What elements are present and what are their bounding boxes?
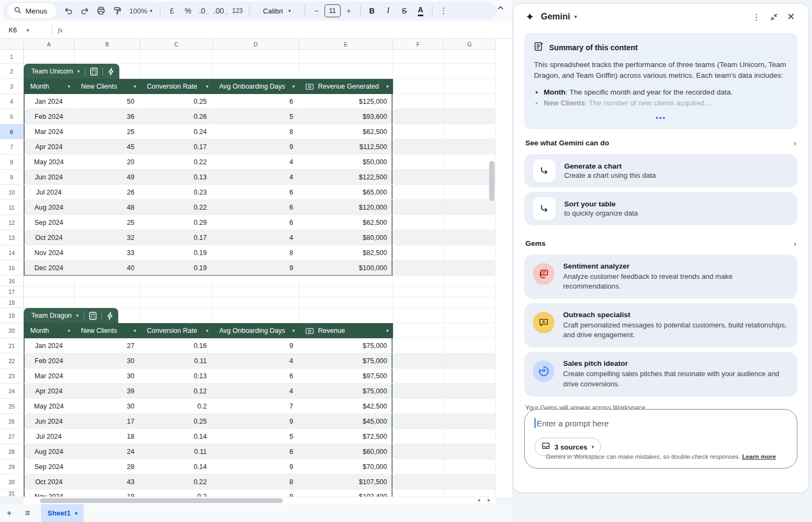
data-cell[interactable]: 36 [75, 109, 140, 124]
increase-font-size-button[interactable]: + [342, 4, 356, 18]
data-cell[interactable]: 9 [213, 490, 299, 497]
font-family-select[interactable]: Calibri ▾ [254, 4, 300, 18]
data-cell[interactable]: 0.13 [140, 369, 213, 384]
empty-cell[interactable] [140, 276, 213, 286]
data-cell[interactable]: 4 [213, 384, 299, 399]
data-cell[interactable]: $125,000 [299, 94, 393, 109]
data-cell[interactable]: Nov 2024 [24, 490, 75, 497]
data-cell[interactable]: May 2024 [24, 399, 75, 414]
data-cell[interactable]: 4 [213, 155, 299, 170]
data-cell[interactable]: $80,000 [299, 230, 393, 245]
name-box[interactable]: K6 ▾ [0, 26, 46, 34]
data-cell[interactable]: 45 [75, 139, 140, 155]
data-cell[interactable]: 0.26 [140, 109, 213, 124]
data-cell[interactable]: Oct 2024 [24, 230, 75, 245]
data-cell[interactable]: Jan 2024 [24, 338, 75, 353]
data-cell[interactable]: $102,400 [299, 490, 393, 497]
data-cell[interactable]: Aug 2024 [24, 444, 75, 459]
vertical-scroll-thumb[interactable] [489, 161, 495, 201]
row-number-24[interactable]: 24 [0, 384, 24, 399]
data-cell[interactable]: 43 [75, 474, 140, 490]
data-cell[interactable]: $97,500 [299, 369, 393, 384]
empty-cell[interactable] [140, 297, 213, 308]
empty-cell[interactable] [393, 215, 444, 230]
table-header-cell[interactable]: Conversion Rate▾ [140, 323, 213, 338]
table-header-cell[interactable]: Revenue Generated▾ [299, 79, 393, 94]
empty-cell[interactable] [393, 414, 444, 429]
more-formats-button[interactable]: 123 [231, 4, 245, 18]
empty-cell[interactable] [24, 286, 75, 297]
data-cell[interactable]: $65,000 [299, 185, 393, 200]
paint-format-button[interactable] [110, 4, 124, 18]
column-header-B[interactable]: B [75, 39, 140, 50]
data-cell[interactable]: 9 [213, 260, 299, 276]
data-cell[interactable]: 26 [75, 185, 140, 200]
more-options-button[interactable]: ⋮ [437, 4, 451, 18]
empty-cell[interactable] [24, 297, 75, 308]
empty-cell[interactable] [393, 200, 444, 215]
text-color-button[interactable]: A [414, 4, 428, 18]
row-number-5[interactable]: 5 [0, 109, 24, 124]
undo-button[interactable] [62, 4, 76, 18]
data-cell[interactable]: 0.14 [140, 429, 213, 444]
empty-cell[interactable] [299, 297, 393, 308]
table-header-cell[interactable]: New Clients▾ [75, 79, 140, 94]
row-number-20[interactable]: 20 [0, 323, 24, 338]
empty-cell[interactable] [213, 308, 299, 323]
data-cell[interactable]: 0.19 [140, 260, 213, 276]
data-cell[interactable]: 0.17 [140, 139, 213, 155]
empty-cell[interactable] [213, 276, 299, 286]
row-number-1[interactable]: 1 [0, 50, 24, 64]
row-number-18[interactable]: 18 [0, 297, 24, 308]
data-cell[interactable]: 0.25 [140, 414, 213, 429]
data-cell[interactable]: $75,000 [299, 338, 393, 353]
empty-cell[interactable] [393, 384, 444, 399]
empty-cell[interactable] [213, 50, 299, 64]
data-cell[interactable]: Nov 2024 [24, 245, 75, 260]
empty-cell[interactable] [75, 50, 140, 64]
data-cell[interactable]: 50 [75, 94, 140, 109]
horizontal-scroll-thumb[interactable] [40, 498, 283, 503]
empty-cell[interactable] [393, 139, 444, 155]
empty-cell[interactable] [393, 94, 444, 109]
table-header-cell[interactable]: Revenue▾ [299, 323, 393, 338]
data-cell[interactable]: 25 [75, 215, 140, 230]
data-cell[interactable]: 25 [75, 124, 140, 139]
empty-cell[interactable] [299, 64, 393, 79]
data-cell[interactable]: 9 [213, 139, 299, 155]
grid-corner[interactable] [0, 39, 24, 50]
data-cell[interactable]: 8 [213, 245, 299, 260]
column-header-E[interactable]: E [299, 39, 393, 50]
empty-cell[interactable] [393, 286, 444, 297]
data-cell[interactable]: 0.29 [140, 215, 213, 230]
data-cell[interactable]: Dec 2024 [24, 260, 75, 276]
hide-menus-button[interactable] [497, 4, 504, 14]
data-cell[interactable]: 0.24 [140, 124, 213, 139]
empty-cell[interactable] [75, 286, 140, 297]
data-cell[interactable]: 6 [213, 369, 299, 384]
row-number-25[interactable]: 25 [0, 399, 24, 414]
add-sheet-button[interactable]: + [0, 504, 18, 522]
empty-cell[interactable] [393, 474, 444, 490]
see-what-gemini-can-do-link[interactable]: See what Gemini can do› [524, 129, 797, 154]
percent-format-button[interactable]: % [181, 4, 195, 18]
data-cell[interactable]: $75,000 [299, 384, 393, 399]
gems-link[interactable]: Gems› [524, 230, 797, 255]
data-cell[interactable]: $107,500 [299, 474, 393, 490]
data-cell[interactable]: 7 [213, 399, 299, 414]
vertical-scrollbar[interactable] [488, 50, 496, 497]
empty-cell[interactable] [24, 50, 75, 64]
menus-button[interactable]: Menus [8, 3, 56, 18]
data-cell[interactable]: 30 [75, 369, 140, 384]
data-cell[interactable]: $70,000 [299, 459, 393, 474]
data-cell[interactable]: Jun 2024 [24, 414, 75, 429]
data-cell[interactable]: 6 [213, 200, 299, 215]
empty-cell[interactable] [140, 64, 213, 79]
data-cell[interactable]: 30 [75, 353, 140, 369]
empty-cell[interactable] [393, 79, 444, 94]
suggestion-card-generate-chart[interactable]: Generate a chartCreate a chart using thi… [524, 154, 797, 188]
data-cell[interactable]: 0.22 [140, 474, 213, 490]
data-cell[interactable]: 18 [75, 429, 140, 444]
data-cell[interactable]: 5 [213, 429, 299, 444]
empty-cell[interactable] [393, 459, 444, 474]
